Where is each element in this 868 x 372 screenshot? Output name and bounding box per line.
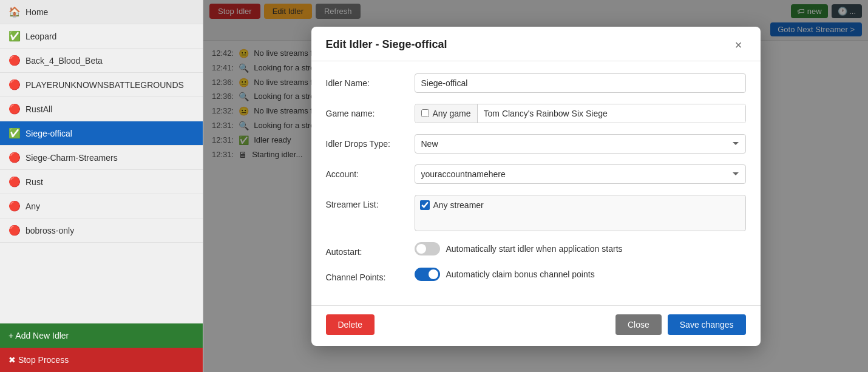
stop-process-label: ✖ Stop Process	[8, 355, 69, 365]
sidebar-item-rustall[interactable]: 🔴RustAll	[0, 97, 203, 121]
idler-name-label: Idler Name:	[326, 73, 405, 88]
game-name-label: Game name:	[326, 104, 405, 118]
sidebar-icon-leopard: ✅	[8, 30, 21, 42]
any-streamer-text: Any streamer	[433, 200, 484, 210]
channel-points-label: Channel Points:	[326, 268, 405, 282]
channel-points-text: Automaticly claim bonus channel points	[446, 269, 595, 279]
any-game-checkbox-label[interactable]: Any game	[415, 104, 478, 123]
channel-points-toggle[interactable]	[415, 268, 440, 281]
modal-overlay: Edit Idler - Siege-offical × Idler Name:…	[203, 0, 868, 372]
channel-points-row: Channel Points: Automaticly claim bonus …	[326, 268, 746, 282]
account-label: Account:	[326, 164, 405, 179]
sidebar-label-siege-charm: Siege-Charm-Streamers	[25, 153, 118, 163]
sidebar-label-home: Home	[25, 7, 48, 17]
any-streamer-label[interactable]: Any streamer	[420, 200, 741, 210]
any-game-text: Any game	[433, 109, 471, 118]
sidebar-icon-home: 🏠	[8, 6, 21, 18]
sidebar-item-back4blood[interactable]: 🔴Back_4_Blood_Beta	[0, 49, 203, 73]
sidebar: 🏠Home✅Leopard🔴Back_4_Blood_Beta🔴PLAYERUN…	[0, 0, 203, 372]
sidebar-item-any[interactable]: 🔴Any	[0, 194, 203, 218]
delete-button[interactable]: Delete	[326, 314, 375, 335]
streamer-list-area[interactable]: Any streamer	[415, 195, 746, 231]
save-changes-button[interactable]: Save changes	[668, 314, 746, 335]
sidebar-icon-rust: 🔴	[8, 176, 21, 188]
sidebar-item-siege-offical[interactable]: ✅Siege-offical	[0, 121, 203, 146]
footer-right-buttons: Close Save changes	[615, 314, 746, 335]
streamer-list-row: Streamer List: Any streamer	[326, 195, 746, 231]
add-idler-label: + Add New Idler	[8, 331, 69, 340]
drops-type-label: Idler Drops Type:	[326, 134, 405, 149]
game-name-input-group: Any game	[415, 104, 746, 123]
stop-process-button[interactable]: ✖ Stop Process	[0, 348, 203, 372]
sidebar-icon-pubg: 🔴	[8, 79, 21, 90]
sidebar-label-rustall: RustAll	[25, 104, 52, 114]
sidebar-icon-back4blood: 🔴	[8, 55, 21, 66]
sidebar-icon-bobross: 🔴	[8, 225, 21, 236]
account-row: Account: youraccountnamehere	[326, 164, 746, 184]
modal-close-button[interactable]: ×	[731, 38, 746, 52]
modal-body: Idler Name: Game name: Any game	[311, 61, 761, 305]
sidebar-label-pubg: PLAYERUNKNOWNSBATTLEGROUNDS	[25, 80, 184, 90]
sidebar-icon-siege-charm: 🔴	[8, 152, 21, 163]
autostart-control: Automatically start idler when applicati…	[415, 242, 746, 255]
drops-type-select[interactable]: NewAnySpecific	[415, 134, 746, 154]
game-name-input[interactable]	[478, 104, 745, 123]
game-name-row: Game name: Any game	[326, 104, 746, 123]
sidebar-icon-any: 🔴	[8, 200, 21, 212]
sidebar-item-pubg[interactable]: 🔴PLAYERUNKNOWNSBATTLEGROUNDS	[0, 73, 203, 97]
sidebar-label-any: Any	[25, 201, 40, 211]
autostart-toggle-wrap: Automatically start idler when applicati…	[415, 242, 746, 255]
channel-points-toggle-wrap: Automaticly claim bonus channel points	[415, 268, 746, 281]
sidebar-icon-rustall: 🔴	[8, 103, 21, 115]
streamer-list-label: Streamer List:	[326, 195, 405, 209]
modal-title: Edit Idler - Siege-offical	[326, 38, 447, 51]
main-content: Stop Idler Edit Idler Refresh 🏷 new 🕐 ..…	[203, 0, 868, 372]
autostart-toggle[interactable]	[415, 242, 440, 255]
channel-points-slider	[415, 268, 440, 281]
modal-footer: Delete Close Save changes	[311, 305, 761, 346]
streamer-list-control: Any streamer	[415, 195, 746, 231]
idler-name-input[interactable]	[415, 73, 746, 93]
sidebar-item-home[interactable]: 🏠Home	[0, 0, 203, 24]
game-name-control: Any game	[415, 104, 746, 123]
add-new-idler-button[interactable]: + Add New Idler	[0, 323, 203, 348]
close-modal-button[interactable]: Close	[615, 314, 662, 335]
sidebar-label-rust: Rust	[25, 177, 43, 187]
autostart-row: Autostart: Automatically start idler whe…	[326, 242, 746, 257]
sidebar-item-leopard[interactable]: ✅Leopard	[0, 24, 203, 49]
account-control: youraccountnamehere	[415, 164, 746, 184]
sidebar-label-leopard: Leopard	[25, 32, 56, 41]
autostart-label: Autostart:	[326, 242, 405, 257]
sidebar-label-siege-offical: Siege-offical	[25, 129, 72, 138]
drops-type-control: NewAnySpecific	[415, 134, 746, 154]
sidebar-item-rust[interactable]: 🔴Rust	[0, 170, 203, 194]
modal-header: Edit Idler - Siege-offical ×	[311, 27, 761, 61]
sidebar-item-bobross[interactable]: 🔴bobross-only	[0, 218, 203, 243]
sidebar-item-siege-charm[interactable]: 🔴Siege-Charm-Streamers	[0, 146, 203, 170]
any-game-checkbox[interactable]	[421, 109, 429, 117]
autostart-slider	[415, 242, 440, 255]
any-streamer-checkbox[interactable]	[420, 200, 430, 210]
idler-name-control	[415, 73, 746, 93]
autostart-text: Automatically start idler when applicati…	[446, 244, 623, 254]
sidebar-label-back4blood: Back_4_Blood_Beta	[25, 56, 103, 66]
account-select[interactable]: youraccountnamehere	[415, 164, 746, 184]
idler-name-row: Idler Name:	[326, 73, 746, 93]
drops-type-row: Idler Drops Type: NewAnySpecific	[326, 134, 746, 154]
sidebar-icon-siege-offical: ✅	[8, 127, 21, 139]
channel-points-control: Automaticly claim bonus channel points	[415, 268, 746, 281]
edit-idler-modal: Edit Idler - Siege-offical × Idler Name:…	[311, 27, 761, 346]
sidebar-label-bobross: bobross-only	[25, 226, 74, 235]
